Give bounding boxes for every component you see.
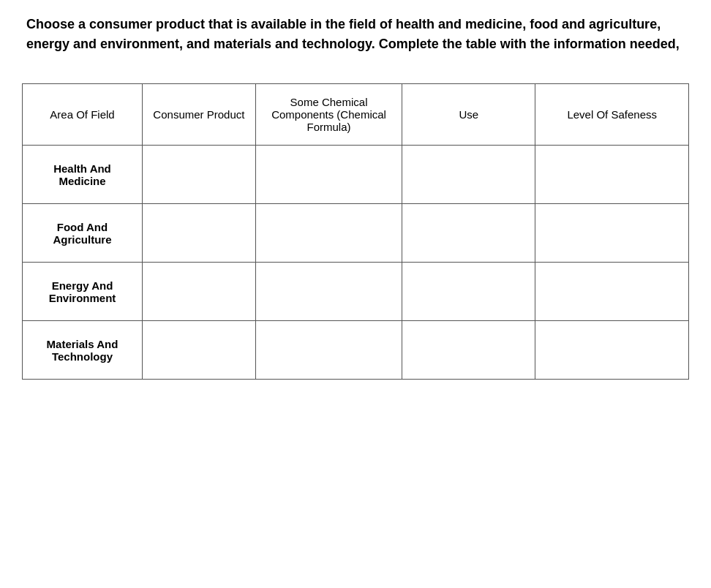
table-container: Area Of Field Consumer Product Some Chem…	[22, 83, 689, 380]
header-use: Use	[402, 84, 535, 146]
table-row: Health And Medicine	[23, 146, 689, 204]
cell-materials-consumer[interactable]	[142, 321, 255, 380]
cell-health-level[interactable]	[535, 146, 689, 204]
cell-health-consumer[interactable]	[142, 146, 255, 204]
consumer-product-table: Area Of Field Consumer Product Some Chem…	[22, 83, 689, 380]
cell-food-level[interactable]	[535, 204, 689, 263]
header-area-of-field: Area Of Field	[23, 84, 143, 146]
table-row: Energy And Environment	[23, 263, 689, 321]
cell-health-use[interactable]	[402, 146, 535, 204]
cell-energy-consumer[interactable]	[142, 263, 255, 321]
row-label-energy: Energy And Environment	[23, 263, 143, 321]
header-level-of-safeness: Level Of Safeness	[535, 84, 689, 146]
cell-food-consumer[interactable]	[142, 204, 255, 263]
table-row: Food And Agriculture	[23, 204, 689, 263]
cell-materials-use[interactable]	[402, 321, 535, 380]
cell-materials-level[interactable]	[535, 321, 689, 380]
row-label-food: Food And Agriculture	[23, 204, 143, 263]
cell-materials-chemical[interactable]	[255, 321, 402, 380]
row-label-health: Health And Medicine	[23, 146, 143, 204]
row-label-materials: Materials And Technology	[23, 321, 143, 380]
cell-energy-use[interactable]	[402, 263, 535, 321]
header-consumer-product: Consumer Product	[142, 84, 255, 146]
cell-food-use[interactable]	[402, 204, 535, 263]
cell-energy-level[interactable]	[535, 263, 689, 321]
cell-energy-chemical[interactable]	[255, 263, 402, 321]
cell-health-chemical[interactable]	[255, 146, 402, 204]
table-row: Materials And Technology	[23, 321, 689, 380]
header-some-chemical: Some Chemical Components (Chemical Formu…	[255, 84, 402, 146]
intro-paragraph: Choose a consumer product that is availa…	[26, 15, 685, 54]
cell-food-chemical[interactable]	[255, 204, 402, 263]
table-header-row: Area Of Field Consumer Product Some Chem…	[23, 84, 689, 146]
